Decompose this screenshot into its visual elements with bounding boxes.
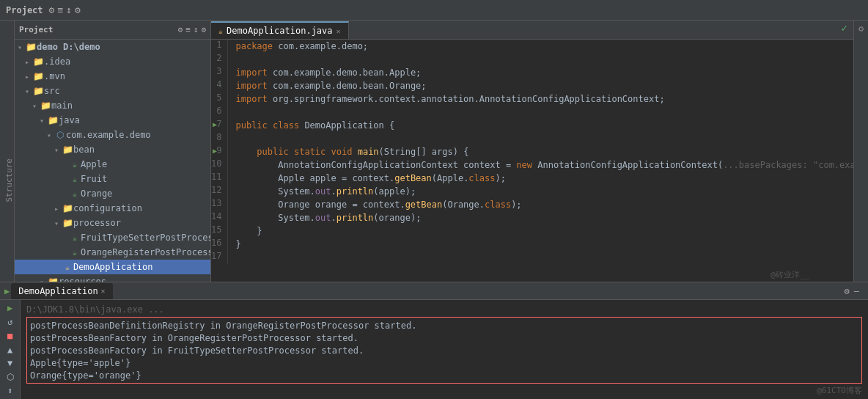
- top-bar-icon-list[interactable]: ≡: [57, 4, 63, 15]
- run-controls: ▶ ↺ ■ ▲ ▼ ⬡ ⬆: [0, 300, 21, 399]
- tab-label: DemoApplication.java: [227, 26, 333, 36]
- sidebar: Project ⚙ ≡ ↕ ⚙ ▾ 📁 demo D:\demo ▸ 📁 .id…: [15, 21, 211, 282]
- top-bar-icon-settings[interactable]: ⚙: [49, 4, 55, 15]
- sidebar-header: Project ⚙ ≡ ↕ ⚙: [15, 21, 210, 40]
- sidebar-header-icons: ⚙ ≡ ↕ ⚙: [178, 25, 207, 34]
- sidebar-item-fruit-type-setter[interactable]: ▸ ☕ FruitTypeSetterPostProcesso: [15, 230, 210, 245]
- bottom-panel: ▶ DemoApplication ✕ ⚙ ― ▶ ↺ ■ ▲ ▼ ⬡ ⬆ D:…: [0, 282, 868, 399]
- run-rerun-btn[interactable]: ↺: [3, 317, 18, 328]
- code-line-16: 16 }: [211, 238, 853, 251]
- sidebar-item-src[interactable]: ▾ 📁 src: [15, 84, 210, 98]
- code-line-10: 10 AnnotationConfigApplicationContext co…: [211, 158, 853, 172]
- code-line-5: 5 import org.springframework.context.ann…: [211, 92, 853, 106]
- code-line-12: 12 System.out.println(apple);: [211, 185, 853, 198]
- sidebar-header-title: Project: [6, 5, 43, 15]
- run-export-btn[interactable]: ⬆: [3, 385, 18, 396]
- sidebar-item-demo[interactable]: ▾ 📁 demo D:\demo: [15, 40, 210, 54]
- run-output-line-5: Orange{type='orange'}: [30, 369, 858, 381]
- sidebar-tree: ▾ 📁 demo D:\demo ▸ 📁 .idea ▸ 📁 .mvn ▾ 📁 …: [15, 40, 210, 282]
- right-panel: ⚙: [853, 21, 868, 282]
- run-icon: ▶: [4, 286, 10, 296]
- sidebar-item-idea[interactable]: ▸ 📁 .idea: [15, 54, 210, 69]
- right-icon-settings[interactable]: ⚙: [858, 23, 864, 34]
- tab-close-icon[interactable]: ✕: [336, 27, 341, 35]
- bottom-icon-settings[interactable]: ⚙: [845, 286, 850, 296]
- sidebar-item-processor[interactable]: ▾ 📁 processor: [15, 216, 210, 230]
- sidebar-item-mvn[interactable]: ▸ 📁 .mvn: [15, 69, 210, 84]
- sidebar-item-orange-register[interactable]: ▸ ☕ OrangeRegisterPostProcesso: [15, 245, 210, 260]
- sidebar-item-java[interactable]: ▾ 📁 java: [15, 113, 210, 128]
- top-bar-icon-sort[interactable]: ↕: [66, 4, 72, 15]
- project-label: Project: [19, 25, 53, 34]
- sidebar-icon-1[interactable]: ⚙: [178, 25, 183, 34]
- code-line-4: 4 import com.example.demo.bean.Orange;: [211, 79, 853, 92]
- bottom-icon-minus[interactable]: ―: [854, 286, 859, 296]
- sidebar-item-configuration[interactable]: ▸ 📁 configuration: [15, 201, 210, 216]
- sidebar-item-apple[interactable]: ▸ ☕ Apple: [15, 157, 210, 172]
- tab-icon: ☕: [218, 27, 223, 35]
- sidebar-item-com-example-demo[interactable]: ▾ ⬡ com.example.demo: [15, 128, 210, 142]
- run-output-line-2: postProcessBeanFactory in OrangeRegister…: [30, 332, 858, 344]
- code-line-11: 11 Apple apple = context.getBean(Apple.c…: [211, 172, 853, 185]
- code-area[interactable]: 1 package com.example.demo; 2 3 import c…: [211, 40, 853, 282]
- editor-watermark: @砖业洋__: [770, 269, 809, 280]
- sidebar-item-main[interactable]: ▾ 📁 main: [15, 98, 210, 113]
- bottom-right-watermark: @61CTO博客: [817, 385, 862, 396]
- sidebar-item-resources[interactable]: ▾ 📁 resources: [15, 274, 210, 282]
- top-bar: Project ⚙ ≡ ↕ ⚙: [0, 0, 868, 21]
- code-line-6: 6: [211, 106, 853, 119]
- sidebar-item-fruit[interactable]: ▸ ☕ Fruit: [15, 172, 210, 186]
- structure-panel: Structure: [0, 21, 15, 282]
- code-line-7: 7 ▶ public class DemoApplication {: [211, 119, 853, 132]
- sidebar-item-demo-application[interactable]: ▸ ☕ DemoApplication: [15, 260, 210, 274]
- run-tab[interactable]: DemoApplication ✕: [11, 283, 112, 299]
- run-wrap-btn[interactable]: ⬡: [3, 372, 18, 383]
- sidebar-icon-2[interactable]: ≡: [185, 25, 191, 34]
- editor-area: ☕ DemoApplication.java ✕ ✓ 1 package com…: [211, 21, 853, 282]
- run-down-btn[interactable]: ▼: [3, 358, 18, 369]
- code-line-15: 15 }: [211, 224, 853, 238]
- run-output: D:\JDK1.8\bin\java.exe ... postProcessBe…: [21, 300, 868, 399]
- code-line-14: 14 System.out.println(orange);: [211, 211, 853, 224]
- run-output-line-4: Apple{type='apple'}: [30, 356, 858, 369]
- bottom-right-icons: ⚙ ―: [845, 286, 864, 296]
- code-line-17: 17: [211, 251, 853, 264]
- top-bar-icon-gear[interactable]: ⚙: [75, 4, 81, 15]
- checkmark-icon: ✓: [842, 22, 847, 34]
- run-output-box: postProcessBeanDefinitionRegistry in Ora…: [26, 317, 862, 384]
- code-line-9: 9 ▶ public static void main(String[] arg…: [211, 145, 853, 158]
- run-tab-close[interactable]: ✕: [101, 287, 106, 295]
- editor-tabs: ☕ DemoApplication.java ✕ ✓: [211, 21, 853, 40]
- sidebar-icon-4[interactable]: ⚙: [201, 25, 206, 34]
- run-output-line-3: postProcessBeanFactory in FruitTypeSette…: [30, 344, 858, 356]
- sidebar-item-orange[interactable]: ▸ ☕ Orange: [15, 186, 210, 201]
- run-stop-btn[interactable]: ■: [3, 330, 18, 341]
- sidebar-item-bean[interactable]: ▾ 📁 bean: [15, 142, 210, 157]
- run-up-btn[interactable]: ▲: [3, 344, 18, 355]
- code-line-2: 2: [211, 53, 853, 66]
- run-output-line-1: postProcessBeanDefinitionRegistry in Ora…: [30, 319, 858, 332]
- code-line-3: 3 import com.example.demo.bean.Apple;: [211, 66, 853, 79]
- structure-label[interactable]: Structure: [4, 158, 14, 202]
- sidebar-icon-3[interactable]: ↕: [194, 25, 199, 34]
- run-play-btn[interactable]: ▶: [3, 303, 18, 314]
- code-line-1: 1 package com.example.demo;: [211, 40, 853, 53]
- code-line-13: 13 Orange orange = context.getBean(Orang…: [211, 198, 853, 211]
- code-line-8: 8: [211, 132, 853, 145]
- bottom-tabs: ▶ DemoApplication ✕ ⚙ ―: [0, 282, 868, 300]
- run-tab-label: DemoApplication: [18, 286, 98, 296]
- editor-tab-demo-application[interactable]: ☕ DemoApplication.java ✕: [211, 21, 349, 39]
- run-path-line: D:\JDK1.8\bin\java.exe ...: [26, 303, 862, 315]
